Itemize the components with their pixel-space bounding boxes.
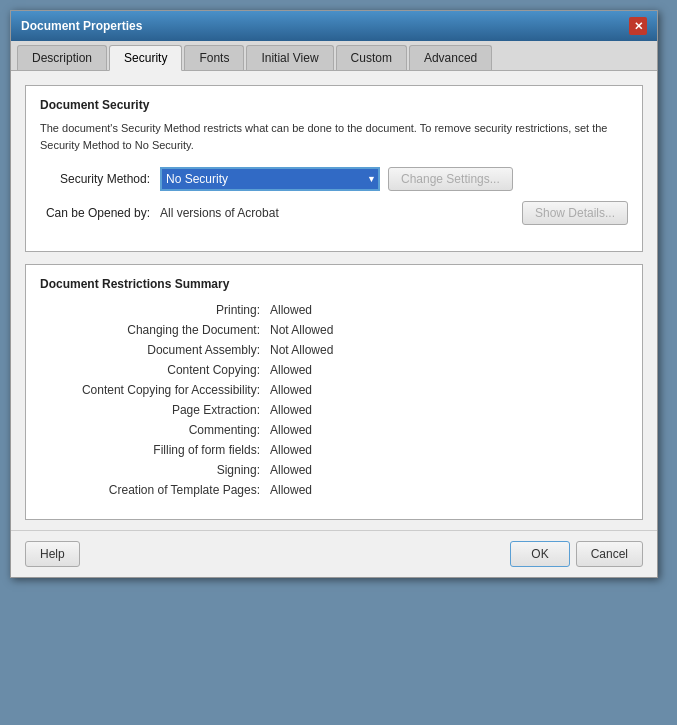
dialog-content: Document Security The document's Securit… bbox=[11, 71, 657, 530]
title-bar: Document Properties ✕ bbox=[11, 11, 657, 41]
can-be-opened-row: Can be Opened by: All versions of Acroba… bbox=[40, 201, 628, 225]
restriction-form-fields-value: Allowed bbox=[270, 443, 312, 457]
restriction-template-pages: Creation of Template Pages: Allowed bbox=[40, 483, 628, 497]
restriction-printing-value: Allowed bbox=[270, 303, 312, 317]
tab-security[interactable]: Security bbox=[109, 45, 182, 71]
restriction-changing-label: Changing the Document: bbox=[40, 323, 270, 337]
restrictions-title: Document Restrictions Summary bbox=[40, 277, 628, 291]
document-security-title: Document Security bbox=[40, 98, 628, 112]
security-method-select[interactable]: No Security bbox=[160, 167, 380, 191]
restriction-commenting: Commenting: Allowed bbox=[40, 423, 628, 437]
document-security-section: Document Security The document's Securit… bbox=[25, 85, 643, 252]
restriction-page-extraction: Page Extraction: Allowed bbox=[40, 403, 628, 417]
restriction-template-pages-value: Allowed bbox=[270, 483, 312, 497]
restriction-printing: Printing: Allowed bbox=[40, 303, 628, 317]
tab-advanced[interactable]: Advanced bbox=[409, 45, 492, 70]
restriction-changing: Changing the Document: Not Allowed bbox=[40, 323, 628, 337]
security-method-row: Security Method: No Security Change Sett… bbox=[40, 167, 628, 191]
change-settings-button[interactable]: Change Settings... bbox=[388, 167, 513, 191]
dialog-title: Document Properties bbox=[21, 19, 142, 33]
help-button[interactable]: Help bbox=[25, 541, 80, 567]
show-details-button[interactable]: Show Details... bbox=[522, 201, 628, 225]
ok-button[interactable]: OK bbox=[510, 541, 569, 567]
restriction-form-fields: Filling of form fields: Allowed bbox=[40, 443, 628, 457]
close-button[interactable]: ✕ bbox=[629, 17, 647, 35]
restriction-printing-label: Printing: bbox=[40, 303, 270, 317]
restriction-signing-value: Allowed bbox=[270, 463, 312, 477]
restriction-assembly-value: Not Allowed bbox=[270, 343, 333, 357]
tab-bar: Description Security Fonts Initial View … bbox=[11, 41, 657, 71]
tab-custom[interactable]: Custom bbox=[336, 45, 407, 70]
restriction-commenting-label: Commenting: bbox=[40, 423, 270, 437]
restriction-template-pages-label: Creation of Template Pages: bbox=[40, 483, 270, 497]
restriction-signing: Signing: Allowed bbox=[40, 463, 628, 477]
document-properties-dialog: Document Properties ✕ Description Securi… bbox=[10, 10, 658, 578]
security-description: The document's Security Method restricts… bbox=[40, 120, 628, 153]
restriction-changing-value: Not Allowed bbox=[270, 323, 333, 337]
tab-description[interactable]: Description bbox=[17, 45, 107, 70]
restriction-page-extraction-label: Page Extraction: bbox=[40, 403, 270, 417]
dialog-footer: Help OK Cancel bbox=[11, 530, 657, 577]
restriction-accessibility: Content Copying for Accessibility: Allow… bbox=[40, 383, 628, 397]
restriction-page-extraction-value: Allowed bbox=[270, 403, 312, 417]
cancel-button[interactable]: Cancel bbox=[576, 541, 643, 567]
security-method-select-container: No Security bbox=[160, 167, 380, 191]
can-be-opened-label: Can be Opened by: bbox=[40, 206, 160, 220]
tab-initial-view[interactable]: Initial View bbox=[246, 45, 333, 70]
restriction-accessibility-label: Content Copying for Accessibility: bbox=[40, 383, 270, 397]
restriction-form-fields-label: Filling of form fields: bbox=[40, 443, 270, 457]
restriction-accessibility-value: Allowed bbox=[270, 383, 312, 397]
footer-right-buttons: OK Cancel bbox=[510, 541, 643, 567]
tab-fonts[interactable]: Fonts bbox=[184, 45, 244, 70]
restriction-content-copying-value: Allowed bbox=[270, 363, 312, 377]
restriction-assembly: Document Assembly: Not Allowed bbox=[40, 343, 628, 357]
restriction-signing-label: Signing: bbox=[40, 463, 270, 477]
restrictions-section: Document Restrictions Summary Printing: … bbox=[25, 264, 643, 520]
restriction-content-copying-label: Content Copying: bbox=[40, 363, 270, 377]
can-be-opened-value: All versions of Acrobat bbox=[160, 206, 279, 220]
security-method-controls: No Security Change Settings... bbox=[160, 167, 513, 191]
security-method-label: Security Method: bbox=[40, 172, 160, 186]
restriction-content-copying: Content Copying: Allowed bbox=[40, 363, 628, 377]
restriction-commenting-value: Allowed bbox=[270, 423, 312, 437]
restriction-assembly-label: Document Assembly: bbox=[40, 343, 270, 357]
